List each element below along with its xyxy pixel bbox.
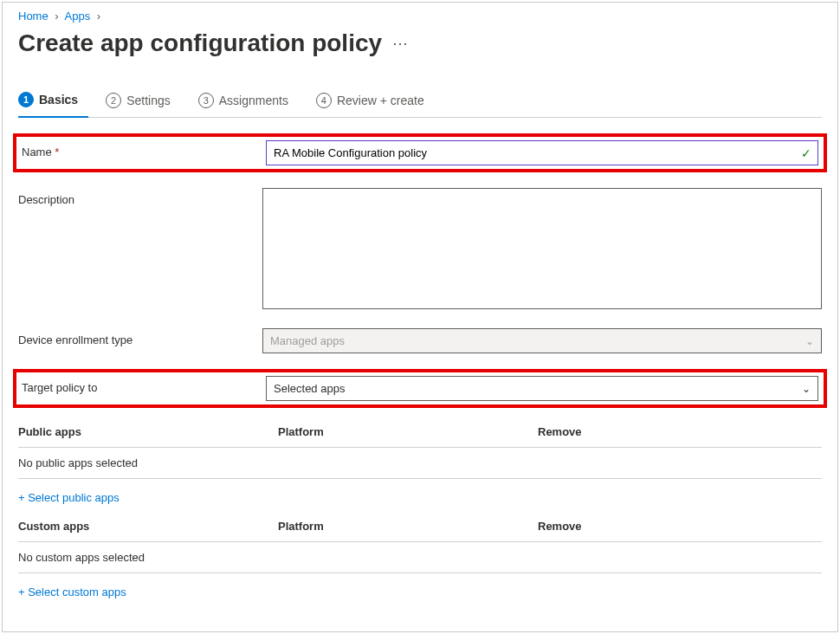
- tab-number: 3: [198, 93, 214, 108]
- tab-number: 4: [316, 93, 332, 108]
- required-marker: *: [55, 146, 59, 158]
- tab-label: Settings: [126, 94, 171, 107]
- column-header-remove: Remove: [538, 425, 822, 438]
- target-policy-label: Target policy to: [22, 376, 266, 394]
- breadcrumb: Home › Apps ›: [18, 10, 822, 23]
- column-header-apps: Public apps: [18, 425, 278, 438]
- select-value: Selected apps: [274, 382, 345, 395]
- name-label: Name *: [22, 140, 266, 158]
- select-custom-apps-button[interactable]: + Select custom apps: [18, 573, 126, 605]
- tab-label: Basics: [39, 93, 78, 107]
- public-apps-section: Public apps Platform Remove No public ap…: [18, 417, 822, 511]
- description-label: Description: [18, 188, 262, 206]
- description-input[interactable]: [262, 188, 822, 309]
- column-header-platform: Platform: [278, 425, 538, 438]
- wizard-tabs: 1 Basics 2 Settings 3 Assignments 4 Revi…: [18, 92, 822, 118]
- custom-apps-section: Custom apps Platform Remove No custom ap…: [18, 511, 822, 605]
- check-icon: ✓: [801, 146, 811, 160]
- tab-label: Assignments: [219, 94, 288, 107]
- select-value: Managed apps: [270, 334, 345, 347]
- tab-assignments[interactable]: 3 Assignments: [198, 92, 299, 117]
- column-header-remove: Remove: [538, 520, 822, 533]
- tab-number: 1: [18, 92, 34, 107]
- more-icon[interactable]: ⋯: [392, 34, 410, 53]
- name-input[interactable]: [266, 140, 818, 165]
- breadcrumb-apps[interactable]: Apps: [65, 10, 91, 23]
- column-header-apps: Custom apps: [18, 520, 278, 533]
- tab-basics[interactable]: 1 Basics: [18, 92, 88, 118]
- target-policy-select[interactable]: Selected apps ⌄: [266, 376, 818, 401]
- breadcrumb-home[interactable]: Home: [18, 10, 48, 23]
- tab-review-create[interactable]: 4 Review + create: [316, 92, 435, 117]
- chevron-down-icon: ⌄: [802, 383, 811, 395]
- enrollment-type-select: Managed apps ⌄: [262, 328, 822, 353]
- page-title: Create app configuration policy: [18, 29, 382, 57]
- chevron-down-icon: ⌄: [805, 335, 814, 347]
- custom-apps-empty: No custom apps selected: [18, 551, 278, 564]
- tab-label: Review + create: [337, 94, 424, 107]
- tab-settings[interactable]: 2 Settings: [106, 92, 181, 117]
- select-public-apps-button[interactable]: + Select public apps: [18, 479, 120, 511]
- tab-number: 2: [106, 93, 121, 108]
- column-header-platform: Platform: [278, 520, 538, 533]
- chevron-right-icon: ›: [97, 10, 100, 23]
- enrollment-type-label: Device enrollment type: [18, 328, 262, 346]
- chevron-right-icon: ›: [55, 10, 58, 23]
- public-apps-empty: No public apps selected: [18, 456, 278, 469]
